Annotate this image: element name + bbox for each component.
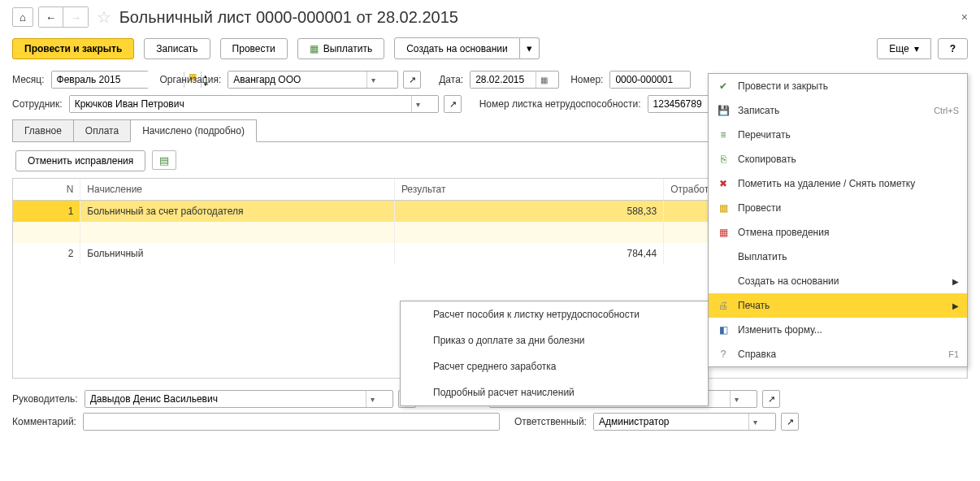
dropdown-icon[interactable]: ▾ — [730, 391, 743, 407]
menu-icon: ▦ — [717, 202, 730, 214]
menu-icon: ? — [717, 348, 730, 361]
submenu-item[interactable]: Расчет пособия к листку нетрудоспособнос… — [401, 301, 708, 327]
tab-main[interactable]: Главное — [12, 119, 74, 141]
menu-label: Справка — [738, 349, 940, 360]
comment-input[interactable] — [84, 414, 497, 430]
open-icon[interactable]: ↗ — [781, 413, 799, 431]
manager-input[interactable] — [85, 391, 366, 407]
manager-label: Руководитель: — [12, 393, 78, 405]
nav-group: ← → — [38, 6, 89, 28]
more-menu: ✔Провести и закрыть💾ЗаписатьCtrl+S≡Переч… — [708, 73, 968, 367]
chevron-down-icon[interactable]: ▾ — [520, 37, 540, 59]
menu-item[interactable]: ?СправкаF1 — [709, 342, 967, 366]
home-button[interactable]: ⌂ — [12, 7, 33, 27]
menu-label: Перечитать — [738, 129, 959, 141]
menu-item[interactable]: ≡Перечитать — [709, 123, 967, 147]
menu-icon: ≡ — [717, 128, 730, 141]
menu-shortcut: F1 — [948, 349, 959, 359]
tab-payment[interactable]: Оплата — [73, 119, 131, 141]
post-button[interactable]: Провести — [220, 38, 288, 59]
menu-icon: ▦ — [717, 226, 730, 239]
menu-item[interactable]: ⎘Скопировать — [709, 147, 967, 171]
menu-label: Отмена проведения — [738, 227, 959, 238]
menu-label: Печать — [738, 300, 944, 311]
cancel-fix-button[interactable]: Отменить исправления — [15, 150, 145, 171]
dropdown-icon[interactable]: ▾ — [366, 391, 379, 407]
col-n[interactable]: N — [13, 179, 80, 201]
menu-label: Пометить на удаление / Снять пометку — [738, 178, 959, 189]
forward-button[interactable]: → — [63, 7, 87, 27]
submenu-item[interactable]: Приказ о доплате за дни болезни — [401, 327, 708, 353]
employee-input[interactable] — [70, 96, 411, 112]
back-button[interactable]: ← — [39, 7, 63, 27]
menu-label: Провести и закрыть — [738, 80, 959, 92]
date-input[interactable] — [470, 72, 536, 88]
dropdown-icon[interactable]: ▾ — [411, 96, 424, 112]
write-button[interactable]: Записать — [144, 38, 210, 59]
menu-label: Скопировать — [738, 154, 959, 165]
open-icon[interactable]: ↗ — [403, 71, 421, 89]
menu-label: Записать — [738, 105, 926, 116]
calendar-icon[interactable]: ▦ — [536, 72, 552, 88]
menu-item[interactable]: Создать на основании▶ — [709, 269, 967, 293]
org-input[interactable] — [228, 72, 366, 88]
open-icon[interactable]: ↗ — [762, 390, 780, 408]
dropdown-icon[interactable]: ▾ — [366, 72, 379, 88]
number-label: Номер: — [570, 74, 603, 85]
menu-label: Провести — [738, 202, 959, 214]
menu-label: Изменить форму... — [738, 324, 959, 336]
close-button[interactable]: × — [961, 11, 968, 24]
comment-label: Комментарий: — [12, 416, 76, 427]
menu-item[interactable]: Выплатить — [709, 245, 967, 269]
main-toolbar: Провести и закрыть Записать Провести ▦ В… — [12, 37, 968, 59]
more-dropdown[interactable]: Еще ▾ — [877, 38, 930, 59]
page-title: Больничный лист 0000-000001 от 28.02.201… — [119, 8, 458, 27]
submenu-item[interactable]: Расчет среднего заработка — [401, 353, 708, 379]
pay-button[interactable]: ▦ Выплатить — [297, 38, 385, 59]
month-label: Месяц: — [12, 74, 45, 85]
menu-item[interactable]: ▦Провести — [709, 196, 967, 220]
responsible-label: Ответственный: — [514, 416, 587, 427]
menu-item[interactable]: ✖Пометить на удаление / Снять пометку — [709, 171, 967, 196]
menu-icon — [717, 250, 730, 263]
post-close-button[interactable]: Провести и закрыть — [12, 38, 134, 59]
menu-item[interactable]: ◧Изменить форму... — [709, 318, 967, 342]
menu-item[interactable]: 💾ЗаписатьCtrl+S — [709, 98, 967, 123]
print-submenu: Расчет пособия к листку нетрудоспособнос… — [400, 301, 709, 406]
col-result[interactable]: Результат — [394, 179, 663, 201]
date-label: Дата: — [439, 74, 463, 85]
sick-num-label: Номер листка нетрудоспособности: — [479, 98, 641, 110]
favorite-icon[interactable]: ☆ — [93, 7, 115, 27]
menu-icon: ✖ — [717, 177, 730, 190]
menu-label: Создать на основании — [738, 275, 944, 287]
menu-label: Выплатить — [738, 251, 959, 262]
menu-shortcut: Ctrl+S — [934, 106, 959, 115]
menu-icon — [717, 275, 730, 288]
menu-icon: 🖨 — [717, 299, 730, 312]
menu-item[interactable]: ✔Провести и закрыть — [709, 74, 967, 98]
menu-item[interactable]: 🖨Печать▶ — [709, 293, 967, 318]
org-label: Организация: — [160, 74, 222, 85]
tab-accrued[interactable]: Начислено (подробно) — [130, 119, 257, 142]
number-input[interactable] — [610, 72, 687, 88]
submenu-item[interactable]: Подробный расчет начислений — [401, 379, 708, 405]
menu-item[interactable]: ▦Отмена проведения — [709, 220, 967, 245]
dropdown-icon[interactable]: ▾ — [748, 414, 761, 430]
help-button[interactable]: ? — [938, 38, 968, 59]
employee-label: Сотрудник: — [12, 98, 63, 110]
create-based-dropdown[interactable]: Создать на основании ▾ — [394, 37, 540, 59]
menu-icon: 💾 — [717, 104, 730, 117]
card-button[interactable]: ▤ — [152, 150, 176, 170]
chevron-down-icon: ▾ — [914, 43, 919, 54]
pay-icon: ▦ — [310, 43, 319, 54]
chevron-right-icon: ▶ — [952, 301, 959, 310]
menu-icon: ✔ — [717, 80, 730, 93]
header: ⌂ ← → ☆ Больничный лист 0000-000001 от 2… — [12, 6, 968, 28]
chevron-right-icon: ▶ — [952, 277, 959, 286]
menu-icon: ◧ — [717, 323, 730, 336]
open-icon[interactable]: ↗ — [444, 95, 462, 113]
menu-icon: ⎘ — [717, 153, 730, 166]
responsible-input[interactable] — [594, 414, 748, 430]
col-accrual[interactable]: Начисление — [80, 179, 395, 201]
